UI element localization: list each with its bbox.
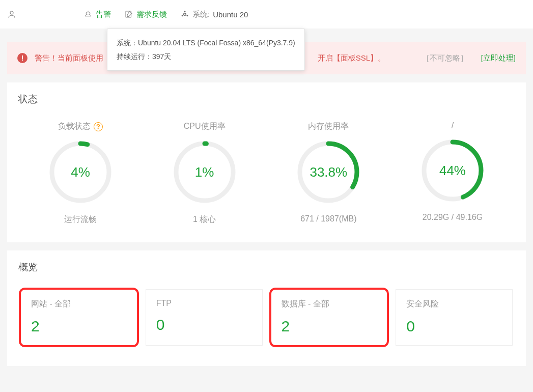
svg-point-3 bbox=[184, 13, 186, 16]
alert-handle[interactable]: [立即处理] bbox=[481, 53, 516, 63]
status-title: 状态 bbox=[18, 93, 515, 106]
overview-card-2[interactable]: 数据库 - 全部 2 bbox=[271, 289, 388, 346]
gauge-ring: 1% bbox=[172, 139, 238, 205]
gauge-value: 4% bbox=[47, 139, 114, 205]
gauge-value: 33.8% bbox=[295, 139, 361, 205]
help-icon[interactable]: ? bbox=[94, 122, 103, 131]
gauge-0[interactable]: 负载状态 ? 4% 运行流畅 bbox=[30, 121, 131, 225]
svg-point-0 bbox=[10, 11, 13, 14]
svg-point-5 bbox=[182, 15, 183, 16]
card-title: 安全风险 bbox=[406, 299, 502, 310]
feedback-link[interactable]: 需求反馈 bbox=[119, 10, 172, 19]
system-tooltip: 系统：Ubuntu 20.04 LTS (Focal Fossa) x86_64… bbox=[107, 29, 305, 71]
overview-title: 概览 bbox=[18, 261, 515, 274]
top-bar: 告警 需求反馈 系统: Ubuntu 20 系统：Ubuntu 20.04 LT… bbox=[0, 0, 533, 29]
card-title: FTP bbox=[156, 299, 252, 308]
tooltip-line-uptime: 持续运行：397天 bbox=[117, 50, 295, 64]
card-title: 数据库 - 全部 bbox=[282, 299, 377, 310]
feedback-label: 需求反馈 bbox=[136, 10, 167, 19]
gauge-ring: 44% bbox=[419, 137, 486, 204]
user-icon bbox=[7, 10, 16, 19]
overview-card-1[interactable]: FTP 0 bbox=[146, 289, 263, 346]
overview-panel: 概览 网站 - 全部 2 FTP 0 数据库 - 全部 2 安全风险 0 bbox=[7, 250, 526, 366]
username-placeholder bbox=[19, 8, 75, 20]
svg-rect-1 bbox=[86, 12, 90, 15]
alarm-link[interactable]: 告警 bbox=[78, 10, 116, 19]
overview-card-0[interactable]: 网站 - 全部 2 bbox=[20, 289, 137, 346]
system-prefix: 系统: bbox=[192, 10, 210, 19]
svg-point-6 bbox=[186, 15, 188, 16]
gauge-label: 内存使用率 bbox=[308, 121, 349, 132]
alarm-label: 告警 bbox=[96, 10, 111, 19]
card-value: 2 bbox=[282, 318, 377, 335]
gauge-footer: 运行流畅 bbox=[64, 214, 97, 225]
gauge-value: 44% bbox=[419, 137, 486, 204]
status-panel: 状态 负载状态 ? 4% 运行流畅 CPU使用率 1% 1 核心 bbox=[7, 82, 526, 242]
warning-icon: ! bbox=[17, 53, 27, 63]
ubuntu-icon bbox=[180, 10, 189, 19]
gauge-1[interactable]: CPU使用率 1% 1 核心 bbox=[154, 121, 256, 225]
card-value: 0 bbox=[406, 318, 502, 335]
card-value: 2 bbox=[31, 318, 127, 335]
system-short: Ubuntu 20 bbox=[213, 10, 248, 19]
gauge-ring: 4% bbox=[47, 139, 114, 205]
edit-icon bbox=[124, 10, 133, 19]
alert-ignore: ［不可忽略］ bbox=[422, 53, 468, 63]
tooltip-line-os: 系统：Ubuntu 20.04 LTS (Focal Fossa) x86_64… bbox=[117, 36, 295, 50]
gauge-ring: 33.8% bbox=[295, 139, 361, 205]
gauge-3[interactable]: / 44% 20.29G / 49.16G bbox=[402, 121, 503, 225]
gauge-footer: 20.29G / 49.16G bbox=[423, 213, 483, 222]
svg-point-4 bbox=[184, 11, 186, 12]
gauge-label: / bbox=[452, 121, 454, 130]
gauge-footer: 671 / 1987(MB) bbox=[300, 214, 356, 223]
gauge-label: CPU使用率 bbox=[184, 121, 226, 132]
card-title: 网站 - 全部 bbox=[31, 299, 127, 310]
gauge-footer: 1 核心 bbox=[193, 214, 216, 225]
system-info[interactable]: 系统: Ubuntu 20 bbox=[175, 10, 253, 19]
gauge-2[interactable]: 内存使用率 33.8% 671 / 1987(MB) bbox=[277, 121, 379, 225]
card-value: 0 bbox=[156, 316, 252, 333]
gauge-label: 负载状态 ? bbox=[58, 121, 103, 132]
overview-card-3[interactable]: 安全风险 0 bbox=[396, 289, 513, 346]
gauge-value: 1% bbox=[172, 139, 238, 205]
alarm-icon bbox=[83, 10, 93, 19]
